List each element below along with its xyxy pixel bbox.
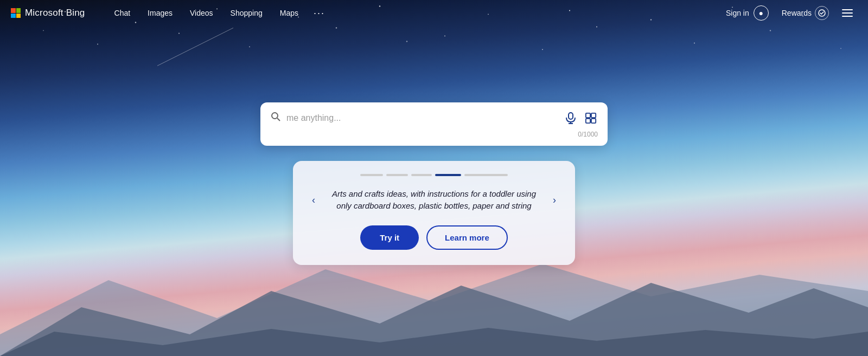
ms-logo-blue (11, 14, 16, 18)
suggestion-card-inner: ‹ Arts and crafts ideas, with instructio… (304, 188, 564, 212)
char-count: 0/1000 (578, 131, 598, 138)
search-container: 0/1000 (260, 102, 608, 146)
card-buttons: Try it Learn more (360, 225, 508, 250)
svg-line-28 (277, 118, 280, 121)
progress-dots (360, 174, 508, 176)
sign-in-label: Sign in (726, 9, 749, 17)
suggestion-card: ‹ Arts and crafts ideas, with instructio… (293, 161, 575, 265)
ms-logo-green (16, 8, 21, 13)
svg-rect-29 (569, 113, 573, 119)
ms-logo-red (11, 8, 16, 13)
search-icons-right (564, 111, 598, 125)
nav-item-images[interactable]: Images (140, 5, 180, 21)
svg-rect-33 (591, 113, 596, 117)
suggestion-text: Arts and crafts ideas, with instructions… (329, 188, 539, 212)
next-suggestion-button[interactable]: › (545, 190, 564, 210)
svg-rect-34 (586, 118, 590, 122)
hamburger-line-2 (842, 12, 853, 14)
nav-more-button[interactable]: ··· (308, 5, 330, 21)
progress-segment-2 (386, 174, 408, 176)
progress-segment-3 (411, 174, 432, 176)
nav-item-shopping[interactable]: Shopping (223, 5, 270, 21)
svg-rect-32 (586, 113, 590, 117)
brand-name: Microsoft Bing (25, 8, 85, 18)
progress-segment-5 (464, 174, 508, 176)
svg-rect-35 (591, 118, 596, 122)
search-footer: 0/1000 (270, 131, 598, 138)
progress-segment-4 (435, 174, 461, 176)
brand-logo[interactable]: Microsoft Bing (11, 8, 85, 18)
nav-item-chat[interactable]: Chat (107, 5, 138, 21)
nav-item-videos[interactable]: Videos (182, 5, 221, 21)
rewards-label: Rewards (782, 9, 812, 17)
rewards-icon (815, 6, 829, 20)
learn-more-button[interactable]: Learn more (426, 225, 508, 250)
rewards-button[interactable]: Rewards (782, 6, 829, 20)
svg-point-27 (272, 113, 278, 119)
try-it-button[interactable]: Try it (360, 225, 419, 250)
avatar: ● (754, 5, 769, 21)
hamburger-line-3 (842, 16, 853, 17)
progress-segment-1 (360, 174, 383, 176)
prev-suggestion-button[interactable]: ‹ (304, 190, 323, 210)
main-content: 0/1000 ‹ Arts and crafts ideas, with ins… (0, 0, 868, 356)
ms-logo-yellow (16, 14, 21, 18)
sign-in-button[interactable]: Sign in ● (722, 3, 773, 23)
hamburger-menu-button[interactable] (838, 7, 857, 19)
navbar: Microsoft Bing Chat Images Videos Shoppi… (0, 0, 868, 26)
image-search-button[interactable] (584, 111, 598, 125)
navbar-right: Sign in ● Rewards (722, 3, 857, 23)
search-input[interactable] (286, 113, 559, 123)
microsoft-logo-icon (11, 8, 21, 18)
hamburger-line-1 (842, 9, 853, 10)
nav-item-maps[interactable]: Maps (272, 5, 306, 21)
nav-links: Chat Images Videos Shopping Maps ··· (107, 5, 722, 21)
microphone-button[interactable] (564, 111, 577, 125)
search-row (270, 111, 598, 125)
user-icon: ● (759, 9, 763, 17)
search-icon (270, 111, 281, 125)
